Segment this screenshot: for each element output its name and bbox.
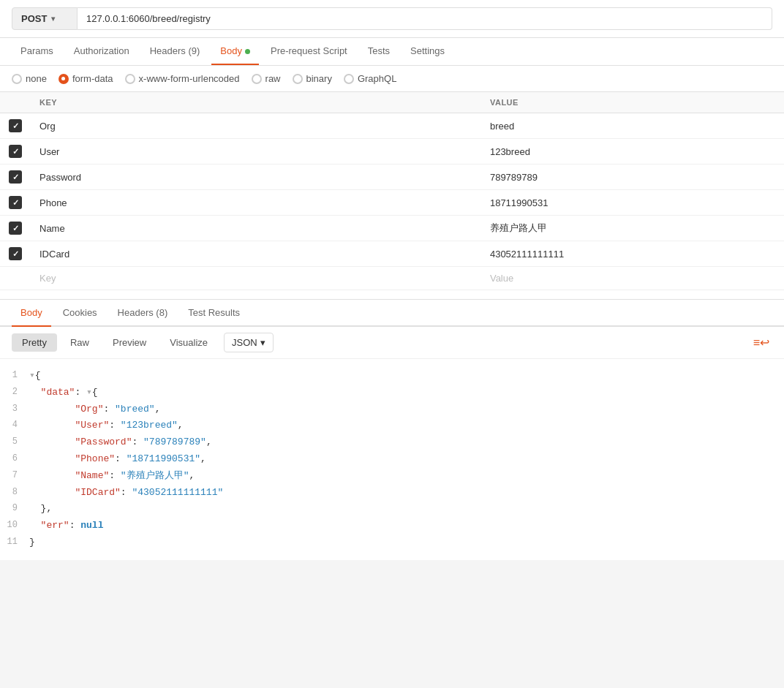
json-line: 11} xyxy=(0,534,784,551)
checkbox-cell-2[interactable] xyxy=(0,165,31,190)
line-number: 8 xyxy=(0,485,29,501)
radio-binary[interactable]: binary xyxy=(293,73,332,84)
tab-body[interactable]: Body xyxy=(211,38,259,65)
checkbox-0[interactable] xyxy=(9,119,22,132)
json-line: 4 "User": "123breed", xyxy=(0,417,784,434)
checkbox-2[interactable] xyxy=(9,170,22,184)
value-cell-0[interactable]: breed xyxy=(481,113,784,139)
bottom-tab-test-results[interactable]: Test Results xyxy=(179,300,249,327)
method-selector[interactable]: POST ▾ xyxy=(12,7,78,30)
table-row: Phone 18711990531 xyxy=(0,190,784,216)
radio-urlencoded[interactable]: x-www-form-urlencoded xyxy=(125,73,240,84)
value-cell-5[interactable]: 43052111111111 xyxy=(481,241,784,267)
tab-params[interactable]: Params xyxy=(12,38,62,65)
checkbox-cell-4[interactable] xyxy=(0,216,31,241)
line-content: "IDCard": "43052111111111" xyxy=(29,485,784,501)
radio-urlencoded-label: x-www-form-urlencoded xyxy=(139,73,240,84)
radio-form-data-label: form-data xyxy=(72,73,113,84)
value-cell-4[interactable]: 养殖户路人甲 xyxy=(481,216,784,241)
json-line: 6 "Phone": "18711990531", xyxy=(0,451,784,468)
format-raw-btn[interactable]: Raw xyxy=(60,333,99,352)
key-cell-1[interactable]: User xyxy=(31,139,481,165)
bottom-tab-cookies[interactable]: Cookies xyxy=(54,300,106,327)
checkbox-cell-0[interactable] xyxy=(0,113,31,139)
line-content: } xyxy=(29,535,784,551)
json-format-selector[interactable]: JSON ▾ xyxy=(224,333,274,352)
key-cell-0[interactable]: Org xyxy=(31,113,481,139)
key-cell-5[interactable]: IDCard xyxy=(31,241,481,267)
format-preview-btn[interactable]: Preview xyxy=(102,333,157,352)
kv-table: KEY VALUE Org breed User 123breed Passwo… xyxy=(0,92,784,290)
col-key: KEY xyxy=(31,92,481,113)
radio-binary-circle xyxy=(293,74,303,84)
tab-authorization[interactable]: Authorization xyxy=(65,38,138,65)
request-tabs: Params Authorization Headers (9) Body Pr… xyxy=(0,38,784,66)
json-line: 1▾{ xyxy=(0,368,784,385)
line-number: 9 xyxy=(0,502,29,517)
value-cell-3[interactable]: 18711990531 xyxy=(481,190,784,216)
value-placeholder[interactable]: Value xyxy=(481,267,784,290)
key-placeholder[interactable]: Key xyxy=(31,267,481,290)
table-row-placeholder: Key Value xyxy=(0,267,784,290)
line-number: 7 xyxy=(0,469,29,484)
key-cell-4[interactable]: Name xyxy=(31,216,481,241)
body-dot xyxy=(245,49,250,54)
checkbox-cell-1[interactable] xyxy=(0,139,31,165)
tab-settings[interactable]: Settings xyxy=(402,38,453,65)
tab-body-label: Body xyxy=(220,45,242,56)
format-pretty-btn[interactable]: Pretty xyxy=(12,333,57,352)
value-cell-2[interactable]: 789789789 xyxy=(481,165,784,190)
tab-tests[interactable]: Tests xyxy=(359,38,399,65)
checkbox-5[interactable] xyxy=(9,247,22,260)
value-cell-1[interactable]: 123breed xyxy=(481,139,784,165)
tab-headers[interactable]: Headers (9) xyxy=(141,38,209,65)
radio-form-data-circle xyxy=(59,74,69,84)
radio-raw[interactable]: raw xyxy=(252,73,281,84)
checkbox-placeholder xyxy=(0,267,31,290)
line-content: }, xyxy=(29,502,784,517)
radio-none[interactable]: none xyxy=(12,73,47,84)
line-number: 5 xyxy=(0,435,29,450)
filter-icon[interactable]: ≡↩ xyxy=(750,333,772,352)
json-viewer: 1▾{2 "data": ▾{3 "Org": "breed",4 "User"… xyxy=(0,359,784,560)
line-content: "User": "123breed", xyxy=(29,418,784,434)
checkbox-3[interactable] xyxy=(9,196,22,209)
radio-binary-label: binary xyxy=(306,73,332,84)
checkbox-cell-3[interactable] xyxy=(0,190,31,216)
checkbox-4[interactable] xyxy=(9,222,22,235)
col-checkbox xyxy=(0,92,31,113)
line-number: 10 xyxy=(0,518,29,534)
key-cell-3[interactable]: Phone xyxy=(31,190,481,216)
checkbox-1[interactable] xyxy=(9,145,22,158)
key-cell-2[interactable]: Password xyxy=(31,165,481,190)
line-number: 2 xyxy=(0,385,29,401)
radio-graphql-circle xyxy=(344,74,354,84)
json-line: 7 "Name": "养殖户路人甲", xyxy=(0,468,784,485)
format-bar: Pretty Raw Preview Visualize JSON ▾ ≡↩ xyxy=(0,327,784,359)
line-content: "Org": "breed", xyxy=(29,402,784,417)
tab-pre-request[interactable]: Pre-request Script xyxy=(262,38,356,65)
radio-none-circle xyxy=(12,74,22,84)
table-row: Name 养殖户路人甲 xyxy=(0,216,784,241)
line-content: "Phone": "18711990531", xyxy=(29,452,784,467)
bottom-tab-body[interactable]: Body xyxy=(12,300,51,327)
table-row: IDCard 43052111111111 xyxy=(0,241,784,267)
line-number: 11 xyxy=(0,535,29,551)
table-row: Password 789789789 xyxy=(0,165,784,190)
line-content: "Password": "789789789", xyxy=(29,435,784,450)
format-visualize-btn[interactable]: Visualize xyxy=(159,333,218,352)
table-row: Org breed xyxy=(0,113,784,139)
json-line: 10 "err": null xyxy=(0,518,784,534)
radio-form-data[interactable]: form-data xyxy=(59,73,113,84)
url-input[interactable] xyxy=(78,7,772,30)
bottom-tabs-row: Body Cookies Headers (8) Test Results xyxy=(0,300,784,327)
radio-graphql[interactable]: GraphQL xyxy=(344,73,396,84)
checkbox-cell-5[interactable] xyxy=(0,241,31,267)
main-container: POST ▾ Params Authorization Headers (9) … xyxy=(0,0,784,560)
line-number: 1 xyxy=(0,368,29,384)
json-line: 5 "Password": "789789789", xyxy=(0,434,784,451)
line-content: "data": ▾{ xyxy=(29,385,784,401)
radio-raw-circle xyxy=(252,74,262,84)
bottom-tab-headers[interactable]: Headers (8) xyxy=(109,300,177,327)
body-type-row: none form-data x-www-form-urlencoded raw… xyxy=(0,66,784,92)
